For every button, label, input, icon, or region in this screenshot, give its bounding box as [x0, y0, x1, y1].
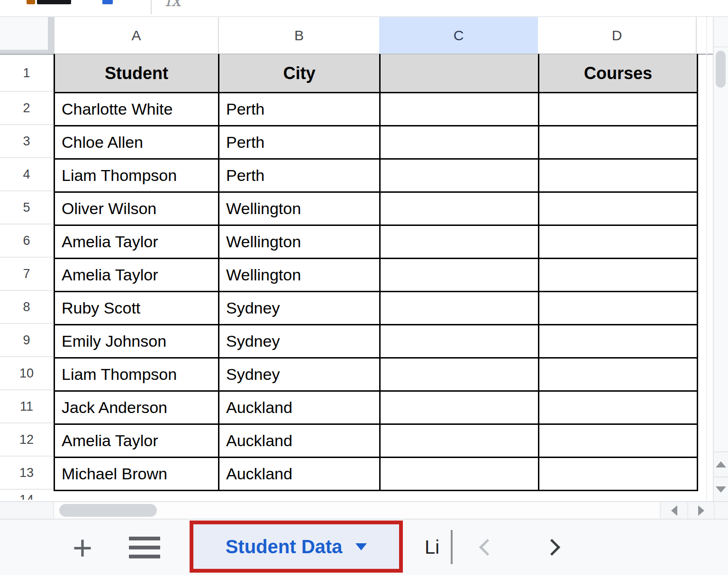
cell[interactable] — [380, 391, 539, 424]
cell[interactable]: Michael Brown — [55, 457, 219, 490]
cell[interactable] — [539, 391, 698, 424]
row-header[interactable]: 5 — [0, 191, 53, 225]
scroll-left-button[interactable] — [660, 502, 687, 519]
cell[interactable]: Wellington — [219, 225, 380, 258]
cell[interactable] — [539, 358, 698, 391]
add-sheet-button[interactable]: + — [64, 520, 101, 575]
row-header[interactable]: 12 — [0, 423, 53, 457]
row-header[interactable]: 3 — [0, 125, 53, 158]
cell[interactable] — [380, 92, 539, 126]
cell[interactable]: Perth — [219, 126, 380, 159]
formula-bar: fx — [0, 0, 728, 17]
scrollbar-divider — [714, 46, 728, 47]
header-cell-courses[interactable]: Courses — [539, 54, 698, 92]
cell[interactable] — [380, 159, 539, 192]
cell[interactable] — [539, 291, 698, 324]
caret-down-icon[interactable] — [355, 543, 367, 550]
cell[interactable]: Perth — [219, 159, 380, 192]
cell[interactable] — [380, 457, 539, 490]
active-tab-label: Student Data — [226, 536, 343, 557]
header-cell-empty[interactable] — [380, 54, 539, 92]
cell[interactable] — [539, 159, 698, 192]
cell[interactable] — [380, 192, 539, 225]
cell[interactable]: Amelia Taylor — [55, 424, 219, 457]
table-row: Chloe AllenPerth — [55, 126, 698, 159]
row-header[interactable]: 1 — [0, 55, 53, 92]
cell[interactable] — [380, 358, 539, 391]
row-header[interactable]: 4 — [0, 158, 53, 191]
cell[interactable]: Wellington — [219, 192, 380, 225]
cell[interactable] — [539, 92, 698, 126]
tab-partial-li[interactable]: Li — [425, 520, 439, 575]
cell[interactable] — [380, 225, 539, 258]
fx-icon: fx — [165, 0, 198, 16]
cell[interactable] — [380, 424, 539, 457]
row-header[interactable]: 8 — [0, 291, 53, 324]
table-row: Oliver WilsonWellington — [55, 192, 698, 225]
cell[interactable] — [539, 258, 698, 291]
triangle-right-icon — [698, 505, 704, 516]
row-header[interactable]: 6 — [0, 225, 53, 258]
next-sheet-button[interactable] — [542, 536, 565, 558]
cell[interactable]: Liam Thompson — [55, 358, 219, 391]
cell[interactable] — [539, 126, 698, 159]
horizontal-scrollbar-track[interactable] — [0, 501, 728, 520]
vertical-scrollbar-track[interactable] — [713, 17, 728, 501]
name-box-text-fragment — [27, 0, 35, 4]
cell[interactable] — [539, 324, 698, 358]
cell[interactable] — [380, 324, 539, 358]
cell[interactable] — [539, 424, 698, 457]
horizontal-scrollbar-thumb[interactable] — [59, 504, 157, 517]
scroll-right-button[interactable] — [687, 502, 714, 519]
cell[interactable]: Amelia Taylor — [55, 258, 219, 291]
chevron-left-icon — [479, 539, 495, 555]
row-header[interactable]: 10 — [0, 357, 53, 390]
scroll-up-button[interactable] — [713, 451, 728, 476]
column-header-c-selected[interactable]: C — [379, 17, 538, 54]
cell[interactable]: Charlotte White — [55, 92, 219, 126]
header-cell-city[interactable]: City — [219, 54, 380, 92]
cell[interactable]: Chloe Allen — [55, 126, 219, 159]
row-header[interactable]: 2 — [0, 92, 53, 125]
data-table: Student City Courses Charlotte WhitePert… — [54, 54, 698, 491]
select-all-corner[interactable] — [0, 17, 55, 54]
row-header[interactable]: 13 — [0, 457, 53, 490]
cell[interactable]: Sydney — [219, 324, 380, 358]
column-header-d[interactable]: D — [538, 17, 697, 54]
scroll-down-button[interactable] — [713, 476, 728, 501]
cell[interactable] — [380, 258, 539, 291]
tab-student-data[interactable]: Student Data — [193, 524, 399, 569]
cell[interactable]: Jack Anderson — [55, 391, 219, 424]
cell[interactable]: Auckland — [219, 424, 380, 457]
cell[interactable]: Auckland — [219, 457, 380, 490]
cell[interactable]: Oliver Wilson — [55, 192, 219, 225]
cell[interactable]: Ruby Scott — [55, 291, 219, 324]
cell[interactable]: Sydney — [219, 291, 380, 324]
prev-sheet-button[interactable] — [474, 536, 497, 558]
vertical-scrollbar-thumb[interactable] — [716, 51, 726, 88]
row-number-strip: 12345678910111213 — [0, 55, 53, 490]
column-header-a[interactable]: A — [55, 17, 218, 54]
cell[interactable]: Amelia Taylor — [55, 225, 219, 258]
cell[interactable] — [539, 225, 698, 258]
row-header[interactable]: 11 — [0, 390, 53, 423]
row-header[interactable]: 9 — [0, 324, 53, 357]
table-row: Liam ThompsonSydney — [55, 358, 698, 391]
column-header-b[interactable]: B — [218, 17, 379, 54]
row-header[interactable]: 7 — [0, 258, 53, 291]
cell[interactable] — [380, 126, 539, 159]
scrollbar-corner — [714, 502, 728, 519]
row-header-partial[interactable]: 14 — [0, 493, 53, 500]
cell[interactable] — [539, 457, 698, 490]
column-header-e-sliver[interactable] — [697, 17, 707, 54]
cell[interactable]: Perth — [219, 92, 380, 126]
cell[interactable]: Wellington — [219, 258, 380, 291]
header-cell-student[interactable]: Student — [55, 54, 219, 92]
cell[interactable]: Auckland — [219, 391, 380, 424]
cell[interactable]: Liam Thompson — [55, 159, 219, 192]
all-sheets-menu-button[interactable] — [129, 537, 160, 558]
cell[interactable] — [380, 291, 539, 324]
cell[interactable]: Emily Johnson — [55, 324, 219, 358]
cell[interactable] — [539, 192, 698, 225]
cell[interactable]: Sydney — [219, 358, 380, 391]
